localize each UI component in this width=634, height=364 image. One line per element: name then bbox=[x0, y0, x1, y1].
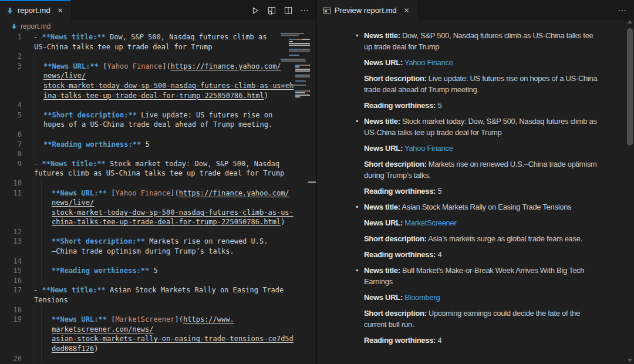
code-line[interactable]: 12 bbox=[0, 227, 316, 237]
preview-field: News URL: Yahoo Finance bbox=[364, 143, 599, 154]
tab-report-md[interactable]: report.md ✕ bbox=[0, 0, 71, 21]
indent-guide bbox=[33, 178, 33, 188]
code-line[interactable]: 20 bbox=[0, 354, 316, 364]
code-line[interactable]: 4 bbox=[0, 100, 316, 110]
code-line[interactable]: 6 bbox=[0, 130, 316, 140]
run-icon[interactable] bbox=[248, 4, 262, 18]
field-label: Short description: bbox=[364, 234, 427, 243]
close-tab-icon[interactable]: ✕ bbox=[402, 6, 410, 15]
code-text: asian-stock-markets-rally-on-easing-trad… bbox=[52, 334, 294, 344]
indent-guide bbox=[41, 325, 42, 335]
code-text: Tensions bbox=[34, 295, 68, 305]
code-line[interactable]: 16 bbox=[0, 276, 316, 286]
code-line[interactable]: marketscreener.com/news/ bbox=[0, 325, 316, 335]
preview-field: News title: Stock market today: Dow, S&P… bbox=[364, 116, 599, 138]
line-number: 3 bbox=[0, 62, 22, 72]
tab-preview-report-md[interactable]: Preview report.md ✕ bbox=[317, 0, 417, 21]
code-line[interactable]: 14 bbox=[0, 257, 316, 267]
preview-field: Reading worthiness: 5 bbox=[364, 186, 599, 197]
preview-field: News URL: MarketScreener bbox=[364, 217, 599, 228]
breadcrumb[interactable]: report.md bbox=[0, 21, 316, 32]
more-actions-icon[interactable]: ⋯ bbox=[298, 4, 312, 18]
code-text: **News URL:** [MarketScreener](https://w… bbox=[52, 315, 234, 325]
code-line[interactable]: ded088f126) bbox=[0, 344, 316, 354]
news-url-link[interactable]: Yahoo Finance bbox=[404, 144, 453, 153]
code-line[interactable]: 2 bbox=[0, 52, 316, 62]
code-line[interactable]: 10 bbox=[0, 178, 316, 188]
scrollbar-arrow-down-icon[interactable] bbox=[628, 359, 632, 362]
code-text: ded088f126) bbox=[52, 344, 98, 354]
code-line[interactable]: 9- **News title:** Stock market today: D… bbox=[0, 159, 316, 169]
indent-guide bbox=[33, 325, 33, 335]
preview-field: Short description: Upcoming earnings cou… bbox=[364, 308, 599, 330]
line-number: 5 bbox=[0, 110, 22, 120]
split-editor-icon[interactable] bbox=[281, 4, 295, 18]
code-line[interactable]: china-talks-tee-up-trade-deal-for-trump-… bbox=[0, 217, 316, 227]
code-line[interactable]: stock-market-today-dow-sp-500-nasdaq-fut… bbox=[0, 81, 316, 91]
code-line[interactable]: 8 bbox=[0, 149, 316, 159]
code-line[interactable]: 11**News URL:** [Yahoo Finance](https://… bbox=[0, 188, 316, 198]
code-text: stock-market-today-dow-sp-500-nasdaq-fut… bbox=[52, 208, 294, 218]
field-label: Reading worthiness: bbox=[364, 250, 436, 259]
indent-guide bbox=[41, 208, 42, 218]
markdown-file-icon bbox=[11, 23, 18, 30]
code-line[interactable]: 19**News URL:** [MarketScreener](https:/… bbox=[0, 315, 316, 325]
code-line[interactable]: 1- **News title:** Dow, S&P 500, Nasdaq … bbox=[0, 32, 316, 42]
code-line[interactable]: futures climb as US-China talks tee up t… bbox=[0, 168, 316, 178]
preview-field: News title: Dow, S&P 500, Nasdaq futures… bbox=[364, 30, 599, 52]
indent-guide bbox=[33, 237, 33, 247]
code-line[interactable]: 17- **News title:** Asian Stock Markets … bbox=[0, 285, 316, 295]
code-text: **Reading worthiness:** 5 bbox=[43, 140, 150, 150]
code-line[interactable]: news/live/ bbox=[0, 198, 316, 208]
code-line[interactable]: stock-market-today-dow-sp-500-nasdaq-fut… bbox=[0, 208, 316, 218]
indent-guide bbox=[33, 344, 33, 354]
code-text: **Reading worthiness:** 5 bbox=[52, 266, 158, 276]
indent-guide bbox=[41, 188, 42, 198]
indent-guide bbox=[41, 247, 42, 257]
code-line[interactable]: hopes of a US-China trade deal ahead of … bbox=[0, 120, 316, 130]
tab-label: Preview report.md bbox=[335, 6, 396, 15]
news-url-link[interactable]: MarketScreener bbox=[404, 218, 456, 227]
close-tab-icon[interactable]: ✕ bbox=[56, 6, 65, 15]
preview-field: News URL: Yahoo Finance bbox=[364, 57, 599, 68]
open-preview-side-icon[interactable] bbox=[265, 4, 279, 18]
indent-guide bbox=[33, 140, 33, 150]
code-line[interactable]: 13**Short description:** Markets rise on… bbox=[0, 237, 316, 247]
field-label: Short description: bbox=[364, 74, 427, 83]
code-line[interactable]: 3**News URL:** [Yahoo Finance](https://f… bbox=[0, 62, 316, 72]
field-label: News title: bbox=[364, 117, 400, 126]
scrollbar-thumb[interactable] bbox=[627, 28, 633, 146]
indent-guide bbox=[33, 71, 33, 81]
editor-tabbar-right: Preview report.md ✕ ⋯ bbox=[317, 0, 634, 21]
more-actions-icon[interactable]: ⋯ bbox=[615, 4, 629, 18]
code-text: news/live/ bbox=[43, 71, 86, 81]
code-line[interactable]: news/live/ bbox=[0, 71, 316, 81]
indent-guide bbox=[41, 257, 42, 267]
code-line[interactable]: 15**Reading worthiness:** 5 bbox=[0, 266, 316, 276]
code-line[interactable]: 7**Reading worthiness:** 5 bbox=[0, 140, 316, 150]
preview-field: Reading worthiness: 4 bbox=[364, 335, 599, 346]
field-label: News title: bbox=[364, 31, 400, 40]
code-line[interactable]: 5**Short description:** Live update: US … bbox=[0, 110, 316, 120]
code-line[interactable]: US-China talks tee up trade deal for Tru… bbox=[0, 42, 316, 52]
code-line[interactable]: ina-talks-tee-up-trade-deal-for-trump-22… bbox=[0, 91, 316, 101]
indent-guide bbox=[33, 227, 33, 237]
scrollbar-arrow-up-icon[interactable] bbox=[628, 20, 632, 23]
code-line[interactable]: Tensions bbox=[0, 295, 316, 305]
indent-guide bbox=[41, 334, 42, 344]
code-text: stock-market-today-dow-sp-500-nasdaq-fut… bbox=[43, 81, 294, 91]
line-number: 20 bbox=[0, 354, 22, 364]
line-number: 16 bbox=[0, 276, 22, 286]
news-url-link[interactable]: Yahoo Finance bbox=[404, 58, 453, 67]
code-line[interactable]: 18 bbox=[0, 305, 316, 315]
preview-item: News title: Dow, S&P 500, Nasdaq futures… bbox=[364, 30, 599, 111]
code-line[interactable]: –China trade optimism during Trump’s tal… bbox=[0, 247, 316, 257]
line-number: 6 bbox=[0, 130, 22, 140]
indent-guide bbox=[33, 52, 33, 62]
code-line[interactable]: asian-stock-markets-rally-on-easing-trad… bbox=[0, 334, 316, 344]
code-text: US-China talks tee up trade deal for Tru… bbox=[34, 42, 212, 52]
indent-guide bbox=[33, 188, 33, 198]
news-url-link[interactable]: Bloomberg bbox=[404, 293, 440, 302]
code-editor[interactable]: 1- **News title:** Dow, S&P 500, Nasdaq … bbox=[0, 32, 316, 364]
minimap[interactable] bbox=[281, 33, 310, 100]
